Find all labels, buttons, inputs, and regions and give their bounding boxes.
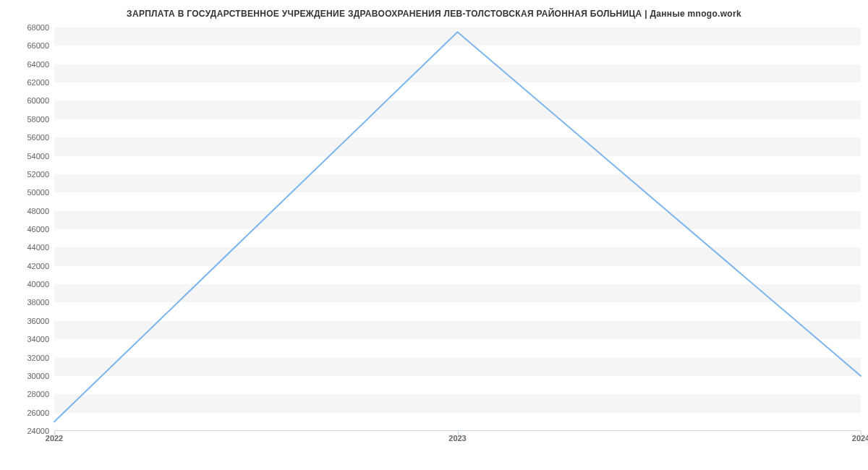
x-axis-tick-mark — [458, 431, 459, 435]
y-axis-tick-label: 54000 — [6, 152, 49, 161]
x-axis-tick-label: 2024 — [852, 434, 868, 443]
y-axis-tick-label: 36000 — [6, 317, 49, 325]
y-axis-tick-label: 50000 — [6, 188, 49, 197]
chart-line-svg — [54, 27, 861, 431]
y-axis-tick-label: 38000 — [6, 298, 49, 307]
y-axis-tick-label: 64000 — [6, 60, 49, 69]
y-axis-tick-label: 66000 — [6, 41, 49, 50]
y-axis-tick-label: 56000 — [6, 133, 49, 142]
y-axis-tick-label: 42000 — [6, 262, 49, 270]
data-series-line — [54, 32, 861, 422]
chart-title: ЗАРПЛАТА В ГОСУДАРСТВЕННОЕ УЧРЕЖДЕНИЕ ЗД… — [0, 9, 868, 19]
y-axis-tick-label: 58000 — [6, 115, 49, 124]
y-axis-tick-label: 34000 — [6, 335, 49, 343]
y-axis-tick-label: 52000 — [6, 170, 49, 179]
y-axis-tick-label: 32000 — [6, 354, 49, 362]
y-axis-tick-label: 46000 — [6, 225, 49, 234]
x-axis-tick-mark — [861, 431, 861, 435]
y-axis-tick-label: 30000 — [6, 372, 49, 380]
y-axis-tick-label: 28000 — [6, 390, 49, 398]
y-axis-tick-label: 40000 — [6, 280, 49, 289]
y-axis-tick-label: 48000 — [6, 207, 49, 215]
y-axis-tick-label: 62000 — [6, 78, 49, 87]
y-axis-tick-label: 68000 — [6, 23, 49, 32]
y-axis-tick-label: 24000 — [6, 427, 49, 435]
y-axis-tick-label: 44000 — [6, 243, 49, 252]
y-axis-tick-label: 26000 — [6, 409, 49, 417]
y-axis-tick-label: 60000 — [6, 96, 49, 105]
x-axis-tick-mark — [54, 431, 55, 435]
